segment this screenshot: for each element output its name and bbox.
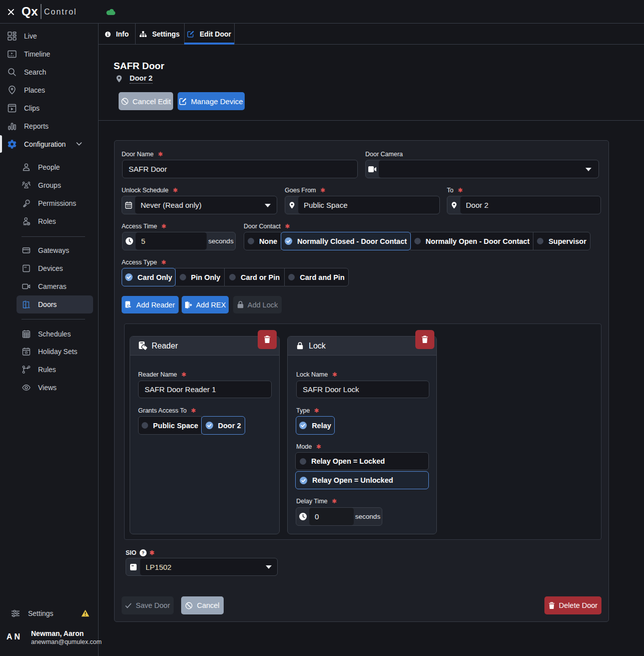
svg-text:?: ? [142,550,144,555]
